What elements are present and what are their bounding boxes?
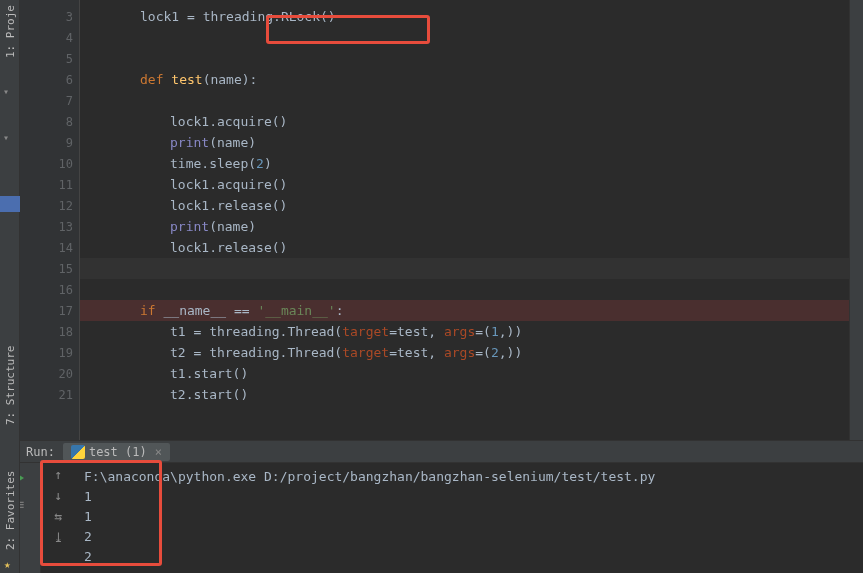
- line-number[interactable]: 10: [20, 153, 79, 174]
- project-tool-tab[interactable]: 1: Proje: [4, 5, 17, 58]
- line-number[interactable]: 7: [20, 90, 79, 111]
- output-line: 1: [84, 507, 855, 527]
- output-line: 2: [84, 527, 855, 547]
- left-tool-strip: 1: Proje ▾ ▾ 7: Structure: [0, 0, 20, 440]
- run-label: Run:: [26, 445, 55, 459]
- line-number[interactable]: 20: [20, 363, 79, 384]
- code-line: lock1.acquire(): [80, 111, 849, 132]
- python-icon: [71, 445, 85, 459]
- editor-gutter[interactable]: 3 4 5 6 7 8 9 10 11 12 13 14⊟ 15 16 17 1…: [20, 0, 80, 440]
- line-number[interactable]: 15: [20, 258, 79, 279]
- structure-tool-tab[interactable]: 7: Structure: [4, 346, 17, 425]
- line-number[interactable]: 16: [20, 279, 79, 300]
- code-line: t2.start(): [80, 384, 849, 405]
- close-icon[interactable]: ×: [155, 445, 162, 459]
- line-number[interactable]: 14⊟: [20, 237, 79, 258]
- collapse-icon[interactable]: ▾: [3, 132, 9, 143]
- favorites-tool-tab[interactable]: 2: Favorites: [4, 471, 17, 550]
- line-number[interactable]: 21⊟: [20, 384, 79, 405]
- line-number[interactable]: 17: [20, 300, 79, 321]
- soft-wrap-icon[interactable]: ⇆: [55, 509, 63, 524]
- code-line: print(name): [80, 132, 849, 153]
- star-icon: ★: [4, 558, 11, 571]
- code-line: lock1.release(): [80, 195, 849, 216]
- code-editor[interactable]: lock1 = threading.RLock() def test(name)…: [80, 0, 849, 440]
- line-number[interactable]: 12: [20, 195, 79, 216]
- code-line: time.sleep(2): [80, 153, 849, 174]
- collapse-icon[interactable]: ▾: [3, 86, 9, 97]
- code-line: print(name): [80, 216, 849, 237]
- code-line: t1 = threading.Thread(target=test, args=…: [80, 321, 849, 342]
- up-arrow-icon[interactable]: ↑: [55, 467, 63, 482]
- output-line: 2: [84, 547, 855, 567]
- left-tool-strip-bottom: 2: Favorites ★: [0, 440, 20, 573]
- code-line: t2 = threading.Thread(target=test, args=…: [80, 342, 849, 363]
- run-tab-name: test (1): [89, 445, 147, 459]
- line-number[interactable]: 19: [20, 342, 79, 363]
- run-side-toolbar: ↑ ↓ ⇆ ⤓: [40, 463, 76, 573]
- output-line: 1: [84, 487, 855, 507]
- console-output[interactable]: F:\anaconda\python.exe D:/project/bangzh…: [76, 463, 863, 573]
- editor-scrollbar[interactable]: [849, 0, 863, 440]
- line-number[interactable]: 13: [20, 216, 79, 237]
- selection-indicator: [0, 196, 20, 212]
- run-tool-window: Run: test (1) × ≡ ↑ ↓ ⇆ ⤓ F:\anaconda\py…: [0, 440, 863, 573]
- scroll-to-end-icon[interactable]: ⤓: [53, 530, 64, 545]
- code-line: lock1.acquire(): [80, 174, 849, 195]
- code-line: if __name__ == '__main__':: [80, 300, 849, 321]
- line-number[interactable]: 11: [20, 174, 79, 195]
- run-header: Run: test (1) ×: [0, 441, 863, 463]
- down-arrow-icon[interactable]: ↓: [55, 488, 63, 503]
- code-line: def test(name):: [80, 69, 849, 90]
- line-number[interactable]: 9: [20, 132, 79, 153]
- code-line: lock1.release(): [80, 237, 849, 258]
- code-line: t1.start(): [80, 363, 849, 384]
- line-number[interactable]: 18: [20, 321, 79, 342]
- code-line: lock1 = threading.RLock(): [80, 6, 849, 27]
- code-line: [80, 258, 849, 279]
- line-number[interactable]: 6: [20, 69, 79, 90]
- output-line: F:\anaconda\python.exe D:/project/bangzh…: [84, 467, 855, 487]
- line-number[interactable]: 8: [20, 111, 79, 132]
- line-number[interactable]: 4: [20, 27, 79, 48]
- line-number[interactable]: 3: [20, 6, 79, 27]
- run-tab[interactable]: test (1) ×: [63, 443, 170, 461]
- line-number[interactable]: 5: [20, 48, 79, 69]
